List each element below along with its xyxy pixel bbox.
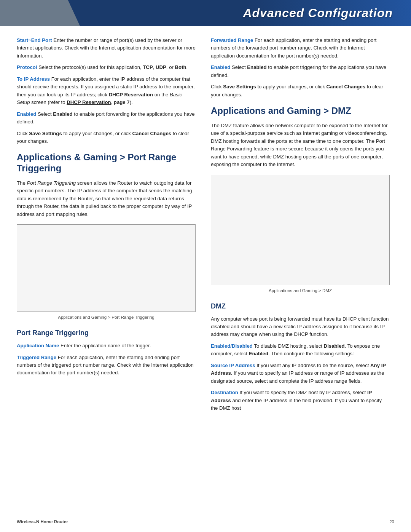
para-enabled-triggering: Enabled Select Enabled to enable port tr…	[211, 64, 390, 79]
footer-page-number: 20	[389, 519, 394, 525]
para-destination: Destination If you want to specify the D…	[211, 389, 390, 412]
para-port-range-triggering-desc: The Port Range Triggering screen allows …	[17, 179, 196, 218]
para-dmz-desc: The DMZ feature allows one network compu…	[211, 122, 390, 169]
section-dmz-heading: Applications and Gaming > DMZ	[211, 105, 390, 117]
term-enabled-disabled: Enabled/Disabled	[211, 343, 253, 349]
subsection-port-range-triggering: Port Range Triggering	[17, 328, 196, 338]
section-port-range-triggering-heading: Applications & Gaming > Port Range Trigg…	[17, 152, 196, 174]
para-save-settings-2: Click Save Settings to apply your change…	[211, 83, 390, 99]
term-triggered-range: Triggered Range	[17, 355, 56, 360]
footer-product-name: Wireless-N Home Router	[17, 519, 68, 525]
term-forwarded-range: Forwarded Range	[211, 37, 253, 43]
header-tab-decoration	[0, 0, 80, 26]
screenshot-caption-port-range: Applications and Gaming > Port Range Tri…	[17, 314, 196, 321]
para-to-ip-address: To IP Address For each application, ente…	[17, 75, 196, 107]
term-application-name: Application Name	[17, 343, 59, 348]
term-start-end-port: Start~End Port	[17, 37, 52, 43]
page-footer: Wireless-N Home Router 20	[0, 519, 411, 525]
term-destination: Destination	[211, 390, 238, 395]
term-enabled-1: Enabled	[17, 111, 36, 117]
para-dmz-dhcp: Any computer whose port is being forward…	[211, 315, 390, 339]
page-title: Advanced Configuration	[243, 4, 393, 22]
para-protocol: Protocol Select the protocol(s) used for…	[17, 64, 196, 71]
term-protocol: Protocol	[17, 64, 37, 70]
para-forwarded-range: Forwarded Range For each application, en…	[211, 37, 390, 60]
main-content: Start~End Port Enter the number or range…	[0, 26, 411, 431]
para-save-settings-1: Click Save Settings to apply your change…	[17, 130, 196, 145]
term-source-ip-address: Source IP Address	[211, 363, 255, 368]
para-enabled-forwarding: Enabled Select Enabled to enable port fo…	[17, 110, 196, 126]
page-header: Advanced Configuration	[0, 0, 411, 26]
term-enabled-2: Enabled	[211, 64, 230, 70]
term-to-ip-address: To IP Address	[17, 76, 50, 82]
para-enabled-disabled: Enabled/Disabled To disable DMZ hosting,…	[211, 342, 390, 358]
para-triggered-range: Triggered Range For each application, en…	[17, 354, 196, 377]
subsection-dmz: DMZ	[211, 301, 390, 312]
left-column: Start~End Port Enter the number or range…	[17, 37, 196, 416]
right-column: Forwarded Range For each application, en…	[211, 37, 390, 416]
para-start-end-port: Start~End Port Enter the number or range…	[17, 37, 196, 60]
para-source-ip-address: Source IP Address If you want any IP add…	[211, 362, 390, 385]
screenshot-caption-dmz: Applications and Gaming > DMZ	[211, 288, 390, 294]
screenshot-port-range-triggering	[17, 224, 196, 312]
screenshot-dmz	[211, 175, 390, 285]
para-application-name: Application Name Enter the application n…	[17, 342, 196, 350]
